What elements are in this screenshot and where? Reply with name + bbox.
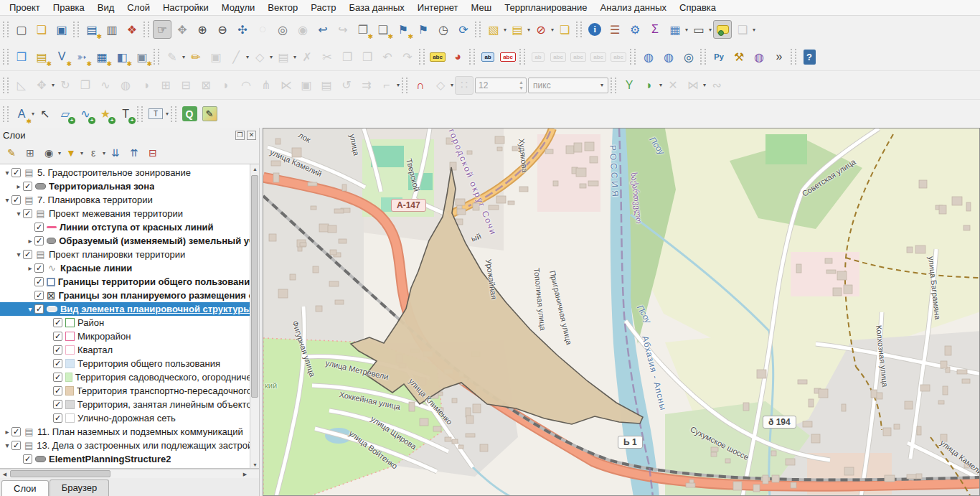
zoom-full-extent-icon[interactable]: ✣: [233, 20, 252, 39]
new-print-layout-icon[interactable]: ▤✱: [83, 20, 101, 39]
layer-row[interactable]: ▸✓∿Красные линии: [0, 261, 250, 275]
plugin-tools-icon[interactable]: ⚒: [730, 47, 748, 66]
layer-labeling-icon[interactable]: abc: [428, 47, 447, 66]
show-bookmarks-icon[interactable]: ⚑: [414, 20, 433, 39]
new-memory-layer-icon[interactable]: ▣✱: [133, 47, 151, 66]
toolbar-handle[interactable]: [419, 49, 425, 65]
layer-visibility-checkbox[interactable]: ✓: [11, 427, 21, 436]
menu-item-help[interactable]: Справка: [673, 1, 722, 14]
expander-icon[interactable]: ▾: [26, 305, 34, 313]
tab-browser[interactable]: Браузер: [50, 479, 110, 496]
layer-row[interactable]: ▸✓Территориальная зона: [0, 179, 250, 193]
filter-legend-icon[interactable]: ▼: [62, 144, 80, 162]
new-map-view-icon[interactable]: ❐✱: [354, 20, 372, 39]
toolbar-handle[interactable]: [402, 78, 407, 93]
toolbar-overflow-icon[interactable]: »: [770, 47, 788, 66]
remove-layer-icon[interactable]: ⊟: [144, 144, 161, 162]
layer-visibility-checkbox[interactable]: ✓: [53, 345, 62, 355]
layer-row[interactable]: ✓Улично-дорожная сеть: [0, 411, 250, 425]
avoid-overlap-icon[interactable]: ◗: [640, 76, 659, 95]
web-service-search-icon[interactable]: ◍: [659, 47, 678, 66]
layer-visibility-checkbox[interactable]: ✓: [34, 277, 44, 286]
layer-visibility-checkbox[interactable]: ✓: [34, 223, 44, 232]
zoom-last-icon[interactable]: ↩: [314, 20, 332, 39]
layer-visibility-checkbox[interactable]: ✓: [53, 359, 62, 368]
new-project-icon[interactable]: ▢: [12, 20, 31, 39]
layer-visibility-checkbox[interactable]: ✓: [34, 263, 44, 273]
toolbar-handle[interactable]: [154, 49, 159, 65]
layer-visibility-checkbox[interactable]: ✓: [34, 304, 44, 314]
layer-visibility-checkbox[interactable]: ✓: [53, 400, 62, 409]
deselect-all-icon[interactable]: ⊘: [532, 20, 550, 39]
layer-diagram-icon[interactable]: ◕: [448, 47, 467, 66]
metasearch-icon[interactable]: ◍: [639, 47, 658, 66]
select-annotation-icon[interactable]: ↖: [36, 105, 55, 123]
new-spatial-bookmark-icon[interactable]: ⚑✱: [394, 20, 413, 39]
layer-row[interactable]: ✓Территория общего пользования: [0, 357, 250, 370]
toolbar-handle[interactable]: [73, 22, 79, 37]
osm-map-edit-icon[interactable]: ✎: [200, 105, 219, 123]
processing-history-icon[interactable]: ☰: [606, 20, 624, 39]
toggle-editing-icon[interactable]: ✏: [187, 47, 205, 66]
open-layer-styling-icon[interactable]: ✎: [3, 144, 20, 162]
vertical-scrollbar-thumb[interactable]: [251, 175, 258, 398]
layer-visibility-checkbox[interactable]: ✓: [53, 386, 62, 396]
horizontal-scrollbar-thumb[interactable]: [10, 470, 110, 477]
zoom-out-icon[interactable]: ⊖: [213, 20, 232, 39]
create-line-annotation-icon[interactable]: ∿+: [76, 105, 95, 123]
layer-row[interactable]: ✓Границы территории общего пользования: [0, 275, 250, 289]
layer-row[interactable]: ✓Территория, занятая линейным объектом: [0, 398, 250, 411]
select-by-value-icon[interactable]: ▤: [508, 20, 527, 39]
toolbar-handle[interactable]: [469, 49, 475, 65]
toolbar-handle[interactable]: [519, 49, 525, 65]
layer-visibility-checkbox[interactable]: ✓: [23, 454, 32, 464]
filter-by-expression-icon[interactable]: ε: [85, 144, 102, 162]
layer-row[interactable]: ✓Квартал: [0, 343, 250, 357]
statistical-summary-icon[interactable]: Σ: [646, 20, 664, 39]
data-source-manager-icon[interactable]: ❒: [12, 47, 31, 66]
tab-layers[interactable]: Слои: [1, 480, 49, 496]
expander-icon[interactable]: ▾: [3, 169, 11, 177]
refresh-map-icon[interactable]: ⟳: [454, 20, 473, 39]
menu-item-database[interactable]: База данных: [342, 1, 410, 14]
help-contents-icon[interactable]: ?: [800, 47, 819, 66]
menu-item-project[interactable]: Проект: [3, 1, 47, 14]
panel-float-icon[interactable]: ❐: [235, 131, 245, 140]
toolbar-handle[interactable]: [611, 78, 616, 93]
layer-visibility-checkbox[interactable]: ✓: [11, 441, 21, 450]
menu-item-vector[interactable]: Вектор: [261, 1, 304, 14]
map-tips-icon[interactable]: [713, 20, 732, 39]
toolbar-handle[interactable]: [143, 22, 149, 37]
toolbar-handle[interactable]: [791, 49, 796, 65]
menu-item-web[interactable]: Интернет: [411, 1, 465, 14]
menu-item-layer[interactable]: Слой: [121, 1, 156, 14]
enable-snapping-icon[interactable]: ∩: [411, 76, 430, 95]
select-by-location-icon[interactable]: ❏: [555, 20, 574, 39]
toolbar-handle[interactable]: [171, 106, 176, 122]
layer-visibility-checkbox[interactable]: ✓: [11, 195, 21, 205]
layer-visibility-checkbox[interactable]: ✓: [53, 413, 62, 423]
expander-icon[interactable]: ▾: [14, 251, 23, 258]
layer-row[interactable]: ✓Территория садоводческого, огородническ…: [0, 370, 250, 384]
new-3d-map-view-icon[interactable]: ❑✱: [374, 20, 392, 39]
scroll-right-icon[interactable]: ▶: [240, 469, 250, 479]
layer-row[interactable]: ✓Территория транспортно-пересадочного уз…: [0, 384, 250, 398]
layer-group-row[interactable]: ▾✓▤13. Дела о застроенных или подлежащих…: [0, 439, 250, 452]
scroll-down-icon[interactable]: ▼: [250, 460, 259, 469]
menu-item-edit[interactable]: Правка: [47, 1, 91, 14]
measure-icon[interactable]: ▭: [689, 20, 708, 39]
expander-icon[interactable]: ▸: [14, 182, 23, 190]
select-features-icon[interactable]: ▧: [484, 20, 503, 39]
horizontal-scrollbar[interactable]: ◀ ▶: [0, 469, 259, 478]
expander-icon[interactable]: ▾: [14, 210, 23, 217]
create-polygon-annotation-icon[interactable]: ▱+: [56, 105, 75, 123]
open-project-icon[interactable]: ❏: [32, 20, 51, 39]
add-group-icon[interactable]: ⊞: [22, 144, 39, 162]
osm-place-search-icon[interactable]: Q: [180, 105, 199, 123]
create-text-annotation-icon[interactable]: T+: [116, 105, 135, 123]
highlight-pinned-labels-icon[interactable]: abc: [499, 47, 517, 66]
toolbar-handle[interactable]: [3, 49, 9, 65]
layer-row[interactable]: ✓Микрорайон: [0, 329, 250, 343]
snapping-units-combo[interactable]: пикс▾: [528, 78, 608, 93]
layer-visibility-checkbox[interactable]: ✓: [53, 318, 62, 327]
